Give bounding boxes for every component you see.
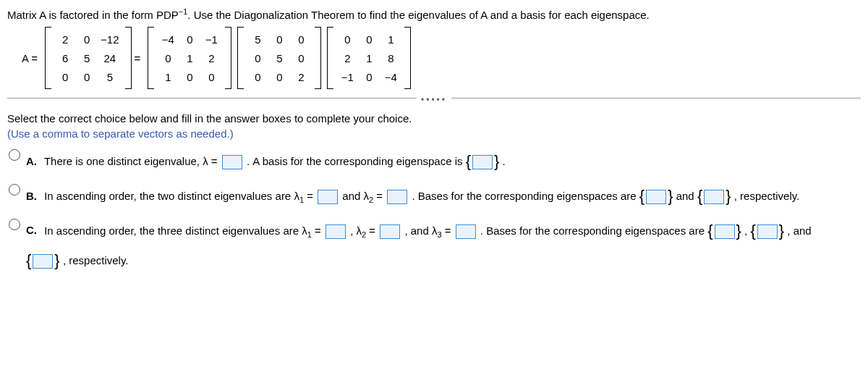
brace-open: { [707, 222, 712, 240]
radio-A[interactable] [9, 149, 20, 161]
matrix-D: 500 050 002 [237, 27, 321, 89]
eigenvalue-input[interactable] [222, 155, 242, 169]
choice-text: and λ [342, 190, 369, 202]
lambda3-input[interactable] [456, 224, 476, 239]
basis3-input[interactable] [33, 254, 53, 269]
choice-text: = [312, 224, 321, 236]
cell: −12 [98, 30, 122, 49]
choice-B: B. In ascending order, the two distinct … [7, 182, 861, 212]
choice-text: and [676, 190, 694, 202]
radio-C[interactable] [9, 219, 20, 230]
choice-text: , respectively. [63, 254, 129, 266]
choice-text: = [366, 224, 375, 236]
cell: 2 [290, 67, 312, 86]
choice-letter: C. [26, 224, 37, 236]
choice-letter: B. [26, 190, 37, 202]
rest-text: . Use the Diagonalization Theorem to fin… [187, 9, 649, 21]
problem-statement: Matrix A is factored in the form PDP−1. … [7, 7, 861, 21]
cell: −4 [157, 30, 179, 49]
brace-close: } [54, 251, 59, 269]
basis1-input[interactable] [646, 190, 666, 204]
cell: 0 [76, 30, 98, 49]
cell: 1 [179, 49, 200, 67]
cell: 24 [98, 49, 122, 67]
cell: 0 [268, 67, 290, 86]
cell: 0 [157, 49, 179, 67]
select-prompt: Select the correct choice below and fill… [7, 112, 861, 125]
cell: 0 [76, 67, 98, 86]
cell: 0 [358, 30, 380, 49]
cell: 2 [336, 49, 358, 67]
cell: 2 [200, 49, 222, 67]
cell: 0 [179, 30, 200, 49]
cell: 0 [54, 67, 76, 86]
cell: 1 [380, 30, 401, 49]
cell: 0 [358, 67, 380, 86]
cell: 2 [54, 30, 76, 49]
brace-close: } [736, 222, 741, 240]
choice-text: In ascending order, the two distinct eig… [44, 190, 299, 202]
cell: 5 [76, 49, 98, 67]
cell: 5 [98, 67, 122, 86]
brace-open: { [466, 152, 471, 170]
cell: 5 [247, 30, 268, 49]
brace-close: } [494, 152, 499, 170]
cell: −4 [380, 67, 401, 86]
cell: 0 [290, 30, 312, 49]
matrix-Pinv: 001 218 −10−4 [327, 27, 411, 89]
cell: −1 [200, 30, 222, 49]
brace-open: { [26, 251, 31, 269]
choice-text: = [304, 190, 313, 202]
choice-text: . Bases for the corresponding eigenspace… [412, 190, 636, 202]
equals-sign: = [135, 52, 141, 64]
lambda1-input[interactable] [318, 190, 338, 204]
basis-input[interactable] [472, 155, 493, 169]
brace-close: } [668, 187, 673, 205]
matrix-A: 20−12 6524 005 [45, 27, 131, 89]
cell: 1 [358, 49, 380, 67]
cell: 1 [157, 67, 179, 86]
choice-text: = [442, 224, 451, 236]
cell: 0 [336, 30, 358, 49]
choice-text: . A basis for the corresponding eigenspa… [247, 155, 463, 167]
choice-text: , respectively. [734, 190, 800, 202]
hint-text: (Use a comma to separate vectors as need… [7, 127, 861, 140]
brace-close: } [779, 222, 784, 240]
cell: 0 [247, 49, 268, 67]
choice-letter: A. [26, 155, 37, 167]
intro-text: Matrix A is factored in the form PDP [7, 9, 179, 21]
cell: 0 [200, 67, 222, 86]
choice-text: , λ [350, 224, 362, 236]
cell: 0 [268, 30, 290, 49]
brace-open: { [697, 187, 702, 205]
basis2-input[interactable] [704, 190, 724, 204]
cell: 6 [54, 49, 76, 67]
lhs-label: A = [22, 52, 38, 64]
brace-open: { [750, 222, 755, 240]
lambda2-input[interactable] [380, 224, 400, 239]
basis1-input[interactable] [715, 224, 735, 239]
choice-text: = [373, 190, 383, 202]
cell: 0 [179, 67, 200, 86]
choice-text: , and λ [404, 224, 437, 236]
brace-open: { [639, 187, 644, 205]
choice-A: A. There is one distinct eigenvalue, λ =… [7, 147, 861, 177]
choice-text: There is one distinct eigenvalue, λ = [44, 155, 218, 167]
answer-choices: A. There is one distinct eigenvalue, λ =… [7, 147, 861, 277]
choice-text: . [503, 155, 506, 167]
divider-dots: ••••• [7, 93, 861, 105]
choice-C: C. In ascending order, the three distinc… [7, 216, 861, 277]
lambda1-input[interactable] [326, 224, 346, 239]
cell: 8 [380, 49, 401, 67]
radio-B[interactable] [9, 184, 20, 196]
choice-text: . Bases for the corresponding eigenspace… [480, 224, 705, 236]
cell: 0 [290, 49, 312, 67]
cell: −1 [336, 67, 358, 86]
lambda2-input[interactable] [387, 190, 407, 204]
exponent: −1 [179, 7, 188, 16]
cell: 5 [268, 49, 290, 67]
choice-text: , [744, 224, 747, 236]
brace-close: } [726, 187, 731, 205]
cell: 0 [247, 67, 268, 86]
basis2-input[interactable] [757, 224, 778, 239]
